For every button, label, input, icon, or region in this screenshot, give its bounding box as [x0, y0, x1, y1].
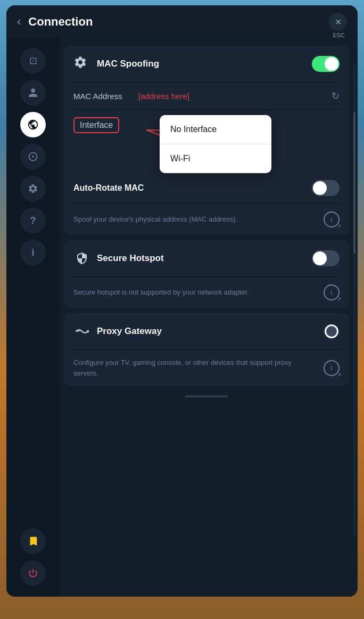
- proxy-gateway-label: Proxy Gateway: [97, 326, 312, 337]
- page-title: Connection: [28, 15, 347, 29]
- proxy-gateway-toggle[interactable]: [312, 323, 340, 339]
- sidebar-icon-network[interactable]: [20, 112, 46, 137]
- mac-spoofing-card: MAC Spoofing MAC Address [address here] …: [64, 46, 349, 235]
- sidebar-icon-copy[interactable]: ⊡: [20, 48, 46, 74]
- sidebar-icon-power[interactable]: [20, 560, 46, 586]
- dropdown-item-wifi[interactable]: Wi-Fi: [160, 144, 271, 173]
- secure-hotspot-label: Secure Hotspot: [97, 253, 312, 264]
- description-text: Spoof your device's physical address (MA…: [73, 214, 317, 225]
- sidebar-icon-help[interactable]: ?: [20, 208, 46, 233]
- proxy-gateway-knob: [325, 324, 338, 338]
- dropdown-item-no-interface[interactable]: No Interface: [160, 115, 271, 144]
- close-button[interactable]: ✕: [329, 13, 347, 31]
- secure-hotspot-knob: [313, 251, 327, 265]
- sidebar: ⊡ ? i: [6, 37, 60, 597]
- proxy-gateway-icon: [73, 323, 90, 340]
- interface-section: Interface No Interface Wi-Fi: [64, 110, 349, 203]
- app-window: ‹ Connection ✕ ESC ⊡ ?: [6, 5, 358, 597]
- refresh-button[interactable]: ↻: [332, 90, 340, 102]
- sidebar-icon-settings[interactable]: [20, 176, 46, 201]
- sidebar-icon-info[interactable]: i: [20, 240, 46, 265]
- secure-hotspot-card: Secure Hotspot Secure hotspot is not sup…: [64, 240, 349, 308]
- bottom-scrollbar: [185, 395, 228, 397]
- secure-hotspot-toggle[interactable]: [312, 250, 340, 266]
- svg-point-0: [32, 156, 34, 157]
- proxy-gateway-card: Proxy Gateway Configure your TV, gaming …: [64, 313, 349, 386]
- secure-hotspot-desc: Secure hotspot is not supported by your …: [73, 287, 317, 298]
- interface-row: Interface No Interface Wi-Fi: [64, 110, 349, 141]
- interface-box[interactable]: Interface: [73, 117, 119, 133]
- mac-spoofing-row: MAC Spoofing: [64, 46, 349, 82]
- auto-rotate-toggle[interactable]: [312, 180, 340, 196]
- proxy-gateway-desc-row: Configure your TV, gaming console, or ot…: [64, 350, 349, 386]
- description-row: Spoof your device's physical address (MA…: [64, 204, 349, 235]
- sidebar-icon-user[interactable]: [20, 80, 46, 105]
- mac-address-row: MAC Address [address here] ↻: [64, 83, 349, 109]
- secure-hotspot-desc-row: Secure hotspot is not supported by your …: [64, 277, 349, 308]
- secure-hotspot-info-icon: i: [331, 289, 333, 297]
- mac-spoofing-toggle[interactable]: [312, 56, 340, 72]
- secure-hotspot-icon: [73, 250, 90, 267]
- close-icon: ✕: [335, 17, 342, 27]
- auto-rotate-row: Auto-Rotate MAC: [64, 173, 349, 203]
- sidebar-icon-target[interactable]: [20, 144, 46, 169]
- main-layout: ⊡ ? i: [6, 37, 358, 597]
- proxy-gateway-info-button[interactable]: i: [324, 360, 340, 376]
- interface-label: Interface: [80, 120, 113, 130]
- proxy-gateway-header: Proxy Gateway: [64, 313, 349, 349]
- info-icon: i: [331, 216, 333, 224]
- mac-address-label: MAC Address: [73, 92, 132, 101]
- proxy-gateway-info-icon: i: [331, 364, 333, 372]
- scrollbar-thumb: [353, 112, 355, 254]
- interface-dropdown: No Interface Wi-Fi: [160, 115, 271, 173]
- mac-spoofing-label: MAC Spoofing: [97, 59, 312, 69]
- secure-hotspot-header: Secure Hotspot: [64, 240, 349, 276]
- content-area: MAC Spoofing MAC Address [address here] …: [60, 37, 358, 597]
- proxy-gateway-desc: Configure your TV, gaming console, or ot…: [73, 357, 317, 378]
- secure-hotspot-info-button[interactable]: i: [324, 284, 340, 300]
- description-info-button[interactable]: i: [324, 211, 340, 227]
- back-button[interactable]: ‹: [17, 15, 21, 29]
- toggle-knob: [325, 57, 338, 71]
- mac-address-value: [address here]: [138, 92, 325, 101]
- auto-rotate-label: Auto-Rotate MAC: [73, 183, 305, 193]
- auto-rotate-toggle-knob: [313, 181, 327, 195]
- header: ‹ Connection ✕ ESC: [6, 5, 358, 37]
- mac-spoofing-icon: [73, 55, 90, 72]
- sidebar-icon-bookmark[interactable]: [20, 528, 46, 554]
- scrollbar[interactable]: [353, 64, 355, 537]
